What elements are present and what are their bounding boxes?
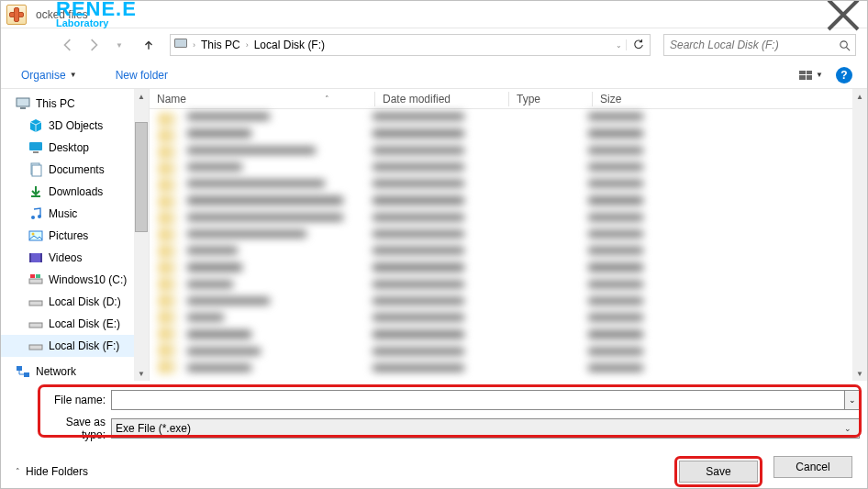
file-list-blurred (159, 113, 849, 377)
desktop-icon (28, 140, 43, 155)
chevron-down-icon: ⌄ (840, 424, 855, 433)
videos-icon (28, 250, 43, 265)
chevron-down-icon: ▼ (816, 71, 823, 79)
col-name[interactable]: Name (157, 93, 186, 106)
save-button[interactable]: Save (679, 461, 758, 483)
scroll-up-icon[interactable]: ▲ (852, 89, 867, 104)
breadcrumb-this-pc[interactable]: This PC (197, 39, 244, 51)
file-name-input[interactable] (111, 390, 845, 410)
search-input[interactable] (664, 39, 833, 51)
svg-rect-21 (29, 345, 42, 350)
file-name-dropdown-icon[interactable]: ⌄ (845, 390, 860, 410)
navigation-tree[interactable]: This PC 3D Objects Desktop Documents Dow… (1, 89, 150, 381)
tree-downloads[interactable]: Downloads (1, 181, 149, 203)
tree-label: Local Disk (F:) (49, 339, 119, 352)
sort-asc-icon: ˄ (325, 94, 329, 104)
breadcrumb-local-disk-f[interactable]: Local Disk (F:) (250, 39, 328, 51)
tree-this-pc[interactable]: This PC (1, 93, 149, 115)
tree-windows-c[interactable]: Windows10 (C:) (1, 269, 149, 291)
tree-label: Music (49, 207, 77, 220)
svg-rect-23 (24, 372, 29, 377)
scroll-up-icon[interactable]: ▲ (134, 89, 149, 104)
save-type-value: Exe File (*.exe) (116, 422, 840, 435)
app-icon (6, 5, 27, 25)
col-size[interactable]: Size (593, 93, 666, 106)
tree-network[interactable]: Network (1, 361, 149, 381)
svg-rect-2 (20, 107, 26, 109)
breadcrumb-bar[interactable]: › This PC › Local Disk (F:) ⌄ (170, 34, 651, 56)
svg-rect-6 (32, 165, 41, 176)
network-icon (16, 364, 30, 379)
tree-label: Documents (49, 163, 105, 176)
list-header: Name ˄ Date modified Type Size (150, 89, 867, 109)
tree-scrollbar[interactable]: ▲ ▼ (134, 89, 149, 381)
breadcrumb-dropdown-icon[interactable]: ⌄ (611, 41, 626, 50)
svg-rect-7 (31, 195, 40, 197)
chevron-down-icon: ▼ (70, 71, 77, 79)
svg-rect-1 (17, 98, 29, 106)
file-list-pane[interactable]: Name ˄ Date modified Type Size (150, 89, 867, 381)
refresh-button[interactable] (626, 39, 650, 50)
svg-rect-10 (29, 231, 42, 240)
tree-label: Videos (49, 251, 82, 264)
tree-label: This PC (36, 97, 75, 110)
tree-documents[interactable]: Documents (1, 159, 149, 181)
svg-rect-20 (29, 323, 42, 328)
tree-label: Windows10 (C:) (49, 273, 127, 286)
pc-icon (16, 96, 30, 111)
tree-music[interactable]: Music (1, 203, 149, 225)
view-grid-icon (799, 71, 812, 80)
search-box[interactable] (663, 34, 856, 56)
chevron-up-icon: ˄ (16, 467, 20, 476)
organise-label: Organise (21, 69, 66, 82)
up-button[interactable] (137, 34, 161, 56)
tree-pictures[interactable]: Pictures (1, 225, 149, 247)
scroll-down-icon[interactable]: ▼ (852, 366, 867, 381)
downloads-icon (28, 184, 43, 199)
svg-rect-17 (36, 274, 40, 278)
tree-3d-objects[interactable]: 3D Objects (1, 115, 149, 137)
hide-folders-label: Hide Folders (26, 465, 88, 478)
help-icon[interactable]: ? (836, 67, 852, 83)
pc-icon (174, 39, 189, 51)
list-scrollbar[interactable]: ▲ ▼ (852, 89, 867, 381)
svg-point-11 (32, 233, 35, 236)
back-button[interactable] (56, 34, 80, 56)
tree-videos[interactable]: Videos (1, 247, 149, 269)
svg-rect-3 (29, 142, 42, 150)
address-toolbar: ▼ › This PC › Local Disk (F:) ⌄ (1, 28, 867, 61)
drive-icon (28, 317, 43, 331)
close-icon[interactable] (825, 3, 862, 27)
col-date[interactable]: Date modified (375, 93, 508, 106)
window-title: ocked files (32, 8, 825, 21)
hide-folders-button[interactable]: ˄ Hide Folders (16, 465, 88, 478)
command-bar: Organise ▼ New folder ▼ ? (1, 61, 867, 89)
tree-label: Network (36, 365, 76, 378)
tree-desktop[interactable]: Desktop (1, 137, 149, 159)
tree-local-e[interactable]: Local Disk (E:) (1, 313, 149, 335)
recent-dropdown-icon[interactable]: ▼ (107, 34, 131, 56)
drive-icon (28, 295, 43, 309)
drive-icon (28, 339, 43, 353)
col-type[interactable]: Type (509, 93, 592, 106)
organise-button[interactable]: Organise ▼ (16, 66, 83, 84)
tree-local-d[interactable]: Local Disk (D:) (1, 291, 149, 313)
scroll-thumb[interactable] (135, 122, 148, 232)
chevron-right-icon: › (193, 40, 195, 50)
cancel-button[interactable]: Cancel (773, 456, 852, 478)
tree-label: Local Disk (D:) (49, 295, 121, 308)
search-icon[interactable] (833, 39, 855, 51)
tree-label: 3D Objects (49, 119, 103, 132)
svg-rect-14 (40, 253, 42, 262)
forward-button[interactable] (82, 34, 106, 56)
new-folder-button[interactable]: New folder (110, 66, 173, 84)
svg-rect-19 (29, 301, 42, 306)
tree-local-f[interactable]: Local Disk (F:) (1, 335, 149, 357)
scroll-down-icon[interactable]: ▼ (134, 366, 149, 381)
view-options-button[interactable]: ▼ (796, 68, 827, 83)
documents-icon (28, 162, 43, 177)
drive-icon (28, 272, 43, 287)
file-name-label: File name: (39, 394, 111, 406)
svg-point-9 (38, 215, 41, 218)
save-type-combo[interactable]: Exe File (*.exe) ⌄ (111, 418, 860, 439)
